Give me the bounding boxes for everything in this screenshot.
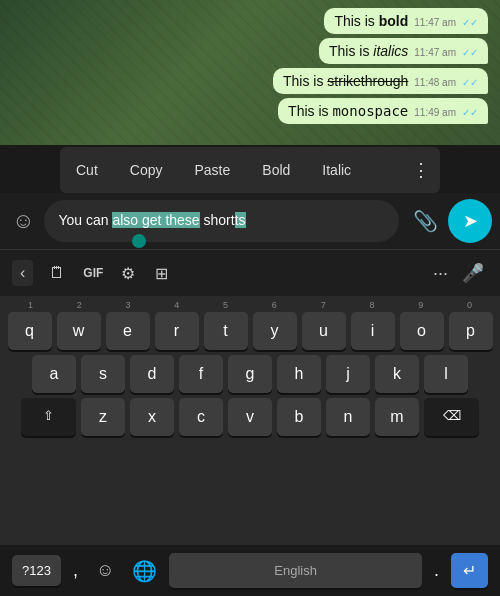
key-f[interactable]: f xyxy=(179,355,223,393)
key-n[interactable]: n xyxy=(326,398,370,436)
key-j[interactable]: j xyxy=(326,355,370,393)
enter-icon: ↵ xyxy=(463,562,476,579)
key-c[interactable]: c xyxy=(179,398,223,436)
key-k[interactable]: k xyxy=(375,355,419,393)
key-y[interactable]: y xyxy=(253,312,297,350)
comma-key[interactable]: , xyxy=(67,556,84,585)
keyboard: 1 2 3 4 5 6 7 8 9 0 q w e r t y u i o p … xyxy=(0,296,500,545)
enter-key[interactable]: ↵ xyxy=(451,553,488,588)
key-r[interactable]: r xyxy=(155,312,199,350)
key-h[interactable]: h xyxy=(277,355,321,393)
period-key[interactable]: . xyxy=(428,556,445,585)
key-m[interactable]: m xyxy=(375,398,419,436)
key-z[interactable]: z xyxy=(81,398,125,436)
cursor-handle[interactable] xyxy=(132,234,146,248)
delete-key[interactable]: ⌫ xyxy=(424,398,479,436)
input-text-after: short xyxy=(200,212,235,228)
message-italic: This is italics 11:47 am ✓✓ xyxy=(319,38,488,64)
copy-button[interactable]: Copy xyxy=(114,150,179,190)
key-a[interactable]: a xyxy=(32,355,76,393)
space-key[interactable]: English xyxy=(169,553,422,588)
message-input[interactable]: You can also get these shortts xyxy=(44,200,399,242)
emoji-button[interactable]: ☺ xyxy=(8,204,38,238)
key-d[interactable]: d xyxy=(130,355,174,393)
send-button[interactable]: ➤ xyxy=(448,199,492,243)
key-q[interactable]: q xyxy=(8,312,52,350)
key-x[interactable]: x xyxy=(130,398,174,436)
attach-button[interactable]: 📎 xyxy=(409,205,442,237)
key-o[interactable]: o xyxy=(400,312,444,350)
bold-button[interactable]: Bold xyxy=(246,150,306,190)
message-strike: This is strikethrough 11:48 am ✓✓ xyxy=(273,68,488,94)
key-t[interactable]: t xyxy=(204,312,248,350)
translate-button[interactable]: ⊞ xyxy=(145,258,178,289)
key-u[interactable]: u xyxy=(302,312,346,350)
settings-button[interactable]: ⚙ xyxy=(111,258,145,289)
input-area: ☺ You can also get these shortts 📎 ➤ xyxy=(0,193,500,249)
key-e[interactable]: e xyxy=(106,312,150,350)
bottom-keyboard-bar: ?123 , ☺ 🌐 English . ↵ xyxy=(0,545,500,596)
input-text-cursor: ts xyxy=(235,212,246,228)
key-row-1: q w e r t y u i o p xyxy=(0,312,500,350)
key-row-2: a s d f g h j k l xyxy=(0,355,500,393)
message-bold: This is bold 11:47 am ✓✓ xyxy=(324,8,488,34)
send-icon: ➤ xyxy=(463,210,478,232)
shift-key[interactable]: ⇧ xyxy=(21,398,76,436)
keyboard-back-button[interactable]: ‹ xyxy=(12,260,33,286)
numeric-switch-button[interactable]: ?123 xyxy=(12,555,61,586)
key-row-3: ⇧ z x c v b n m ⌫ xyxy=(0,398,500,436)
sticker-button[interactable]: 🗒 xyxy=(39,258,75,288)
italic-button[interactable]: Italic xyxy=(306,150,367,190)
emoji-face-key[interactable]: ☺ xyxy=(90,556,120,585)
more-options-button[interactable]: ⋮ xyxy=(402,147,440,193)
gif-button[interactable]: GIF xyxy=(75,260,111,286)
key-p[interactable]: p xyxy=(449,312,493,350)
key-i[interactable]: i xyxy=(351,312,395,350)
number-hint-row: 1 2 3 4 5 6 7 8 9 0 xyxy=(0,300,500,310)
paste-button[interactable]: Paste xyxy=(178,150,246,190)
more-keyboard-button[interactable]: ··· xyxy=(423,257,458,290)
cut-button[interactable]: Cut xyxy=(60,150,114,190)
mic-button[interactable]: 🎤 xyxy=(458,256,488,290)
text-selection-toolbar: Cut Copy Paste Bold Italic ⋮ xyxy=(60,147,440,193)
key-l[interactable]: l xyxy=(424,355,468,393)
globe-key[interactable]: 🌐 xyxy=(126,555,163,587)
key-v[interactable]: v xyxy=(228,398,272,436)
key-w[interactable]: w xyxy=(57,312,101,350)
input-text-selected: also get these xyxy=(112,212,199,228)
key-s[interactable]: s xyxy=(81,355,125,393)
key-g[interactable]: g xyxy=(228,355,272,393)
chat-area: This is bold 11:47 am ✓✓ This is italics… xyxy=(0,0,500,145)
key-b[interactable]: b xyxy=(277,398,321,436)
keyboard-toolbar: ‹ 🗒 GIF ⚙ ⊞ ··· 🎤 xyxy=(0,249,500,296)
message-mono: This is monospace 11:49 am ✓✓ xyxy=(278,98,488,124)
input-text-before: You can xyxy=(58,212,112,228)
